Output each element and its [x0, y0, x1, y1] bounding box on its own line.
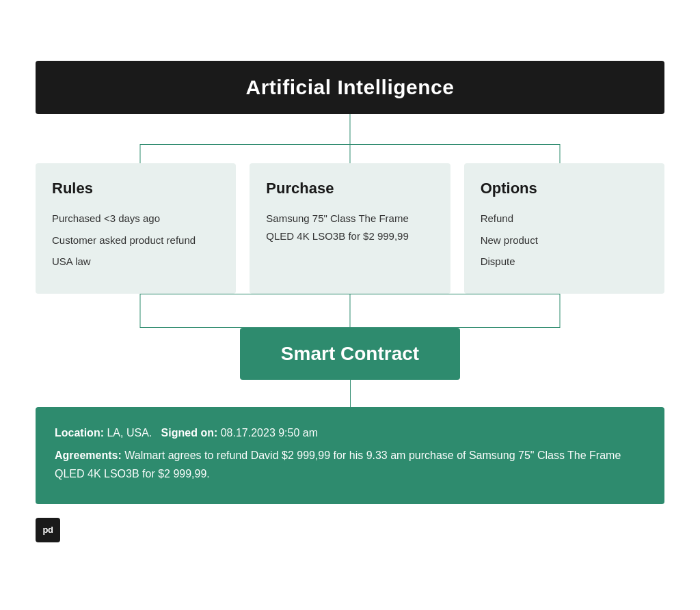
options-card-title: Options — [481, 180, 648, 197]
bottom-connector — [36, 380, 664, 407]
smart-contract-wrapper: Smart Contract — [36, 328, 664, 380]
options-item-1: Refund — [481, 210, 648, 227]
mid-connector-section — [36, 294, 664, 328]
cards-wrapper: Rules Purchased <3 days ago Customer ask… — [36, 144, 664, 294]
rules-item-2: Customer asked product refund — [52, 232, 219, 249]
bottom-connector-line — [350, 380, 351, 407]
mid-right-vert — [559, 294, 560, 328]
top-connector-section — [36, 114, 664, 144]
logo-area: pd — [36, 518, 664, 542]
result-box: Location: LA, USA. Signed on: 08.17.2023… — [36, 407, 664, 504]
cards-section: Rules Purchased <3 days ago Customer ask… — [36, 144, 664, 294]
purchase-card-title: Purchase — [266, 180, 433, 197]
top-center-vert — [350, 114, 351, 144]
options-item-2: New product — [481, 232, 648, 249]
header-title: Artificial Intelligence — [63, 76, 637, 99]
result-location-line: Location: LA, USA. Signed on: 08.17.2023… — [55, 424, 645, 442]
mid-left-vert — [140, 294, 141, 328]
logo-box: pd — [36, 518, 60, 542]
signed-label: Signed on: — [161, 427, 218, 439]
purchase-card-content: Samsung 75" Class The Frame QLED 4K LSO3… — [266, 210, 433, 245]
purchase-card: Purchase Samsung 75" Class The Frame QLE… — [250, 163, 450, 294]
rules-item-1: Purchased <3 days ago — [52, 210, 219, 227]
location-value: LA, USA. — [104, 427, 152, 439]
agreements-label: Agreements: — [55, 449, 122, 461]
options-item-3: Dispute — [481, 253, 648, 271]
rules-card: Rules Purchased <3 days ago Customer ask… — [36, 163, 236, 294]
smart-contract-label: Smart Contract — [281, 343, 419, 365]
signed-value: 08.17.2023 9:50 am — [217, 427, 318, 439]
result-agreements-line: Agreements: Walmart agrees to refund Dav… — [55, 446, 645, 483]
options-card-content: Refund New product Dispute — [481, 210, 648, 271]
agreements-value: Walmart agrees to refund David $2 999,99… — [55, 449, 621, 480]
smart-contract-box: Smart Contract — [240, 328, 460, 380]
header-bar: Artificial Intelligence — [36, 61, 664, 114]
options-card: Options Refund New product Dispute — [464, 163, 664, 294]
diagram-container: Artificial Intelligence Rules Purchased … — [22, 47, 678, 562]
purchase-item-1: Samsung 75" Class The Frame QLED 4K LSO3… — [266, 210, 433, 245]
mid-center-vert — [350, 294, 351, 328]
location-label: Location: — [55, 427, 104, 439]
logo-text: pd — [43, 525, 53, 535]
rules-card-title: Rules — [52, 180, 219, 197]
rules-card-content: Purchased <3 days ago Customer asked pro… — [52, 210, 219, 271]
rules-item-3: USA law — [52, 253, 219, 271]
